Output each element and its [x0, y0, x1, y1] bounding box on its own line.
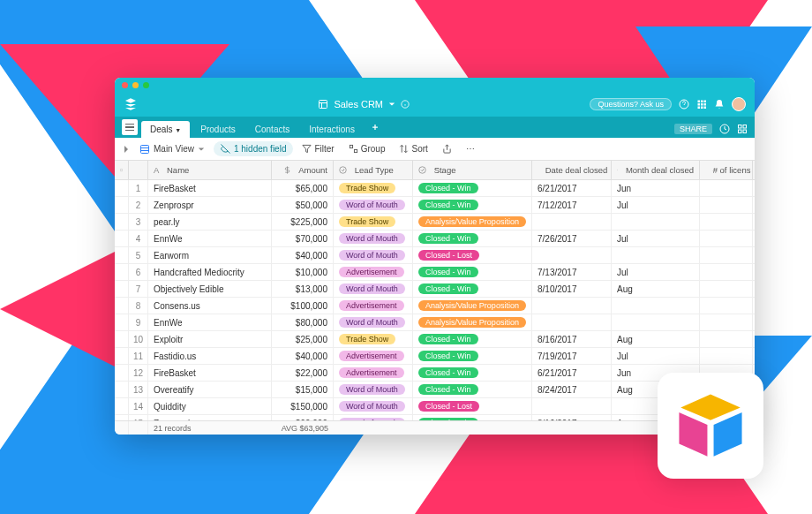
cell-amount[interactable]: $80,000: [272, 314, 334, 330]
avatar[interactable]: [732, 97, 746, 111]
expand-row[interactable]: [115, 247, 129, 263]
cell-date[interactable]: 7/12/2017: [532, 197, 612, 213]
cell-stage[interactable]: Closed - Lost: [413, 398, 532, 414]
expand-row[interactable]: [115, 415, 129, 420]
cell-licenses[interactable]: [700, 264, 753, 280]
cell-date[interactable]: 8/16/2017: [532, 415, 612, 420]
cell-amount[interactable]: $70,000: [272, 231, 334, 246]
cell-licenses[interactable]: [700, 180, 753, 196]
cell-licenses[interactable]: [700, 231, 753, 246]
cell-date[interactable]: [532, 247, 612, 263]
cell-amount[interactable]: $25,000: [272, 331, 334, 347]
cell-stage[interactable]: Analysis/Value Proposition: [413, 298, 532, 314]
col-amount[interactable]: Amount: [272, 161, 334, 179]
expand-row[interactable]: [115, 180, 129, 196]
cell-month[interactable]: [612, 298, 700, 314]
cell-stage[interactable]: Closed - Win: [413, 264, 532, 280]
cell-month[interactable]: Jul: [612, 197, 700, 213]
expand-row[interactable]: [115, 214, 129, 230]
cell-stage[interactable]: Closed - Win: [413, 365, 532, 381]
col-lead-type[interactable]: Lead Type: [334, 161, 413, 179]
expand-row[interactable]: [115, 348, 129, 364]
expand-row[interactable]: [115, 365, 129, 381]
cell-lead-type[interactable]: Trade Show: [334, 331, 413, 347]
more-button[interactable]: ⋯: [461, 141, 480, 156]
cell-lead-type[interactable]: Trade Show: [334, 180, 413, 196]
tab-contacts[interactable]: Contacts: [246, 121, 298, 138]
cell-month[interactable]: [612, 214, 700, 230]
cell-stage[interactable]: Closed - Win: [413, 331, 532, 347]
cell-stage[interactable]: Closed - Lost: [413, 247, 532, 263]
cell-month[interactable]: Jul: [612, 231, 700, 246]
cell-amount[interactable]: $225,000: [272, 214, 334, 230]
cell-date[interactable]: 8/24/2017: [532, 382, 612, 397]
maximize-dot-icon[interactable]: [143, 82, 149, 88]
table-row[interactable]: 6Handcrafted Mediocrity$10,000Advertisem…: [115, 264, 755, 281]
base-title[interactable]: Sales CRM: [334, 99, 383, 110]
cell-name[interactable]: Zeasonal: [148, 415, 272, 420]
filter-button[interactable]: Filter: [297, 141, 339, 156]
cell-lead-type[interactable]: Word of Mouth: [334, 415, 413, 420]
cell-date[interactable]: [532, 298, 612, 314]
cell-amount[interactable]: $15,000: [272, 382, 334, 397]
tab-deals[interactable]: Deals ▼: [141, 121, 190, 138]
expand-row[interactable]: [115, 314, 129, 330]
cell-lead-type[interactable]: Advertisement: [334, 264, 413, 280]
view-switcher[interactable]: Main View: [134, 141, 210, 157]
table-row[interactable]: 10Exploitr$25,000Trade ShowClosed - Win8…: [115, 331, 755, 348]
table-row[interactable]: 8Consens.us$100,000AdvertisementAnalysis…: [115, 298, 755, 314]
col-stage[interactable]: Stage: [413, 161, 532, 179]
table-row[interactable]: 4EnnWe$70,000Word of MouthClosed - Win7/…: [115, 231, 755, 247]
cell-name[interactable]: Fastidio.us: [148, 348, 272, 364]
table-row[interactable]: 5Earworm$40,000Word of MouthClosed - Los…: [115, 247, 755, 264]
table-row[interactable]: 12FireBasket$22,000AdvertisementClosed -…: [115, 365, 755, 382]
app-logo-icon[interactable]: [124, 97, 138, 111]
cell-lead-type[interactable]: Word of Mouth: [334, 247, 413, 263]
table-row[interactable]: 3pear.ly$225,000Trade ShowAnalysis/Value…: [115, 214, 755, 231]
cell-month[interactable]: Jul: [612, 348, 700, 364]
group-button[interactable]: Group: [343, 141, 391, 156]
cell-name[interactable]: Consens.us: [148, 298, 272, 314]
cell-name[interactable]: FireBasket: [148, 365, 272, 381]
cell-date[interactable]: 7/26/2017: [532, 231, 612, 246]
cell-stage[interactable]: Closed - Win: [413, 281, 532, 297]
cell-lead-type[interactable]: Word of Mouth: [334, 231, 413, 246]
cell-lead-type[interactable]: Word of Mouth: [334, 398, 413, 414]
cell-month[interactable]: [612, 314, 700, 330]
help-icon[interactable]: [679, 99, 689, 110]
cell-licenses[interactable]: [700, 281, 753, 297]
share-view-button[interactable]: [437, 141, 457, 156]
cell-date[interactable]: [532, 314, 612, 330]
cell-licenses[interactable]: [700, 247, 753, 263]
cell-lead-type[interactable]: Word of Mouth: [334, 197, 413, 213]
cell-date[interactable]: 8/16/2017: [532, 331, 612, 347]
cell-licenses[interactable]: [700, 214, 753, 230]
table-row[interactable]: 7Objectively Edible$13,000Word of MouthC…: [115, 281, 755, 298]
add-tab-button[interactable]: [365, 118, 385, 138]
cell-amount[interactable]: $65,000: [272, 180, 334, 196]
cell-month[interactable]: Aug: [612, 281, 700, 297]
col-name[interactable]: A Name: [148, 161, 272, 179]
cell-stage[interactable]: Closed - Win: [413, 415, 532, 420]
cell-month[interactable]: [612, 247, 700, 263]
tab-products[interactable]: Products: [192, 121, 244, 138]
cell-date[interactable]: 6/21/2017: [532, 180, 612, 196]
cell-lead-type[interactable]: Advertisement: [334, 298, 413, 314]
expand-row[interactable]: [115, 264, 129, 280]
cell-stage[interactable]: Closed - Win: [413, 197, 532, 213]
cell-name[interactable]: Earworm: [148, 247, 272, 263]
cell-stage[interactable]: Closed - Win: [413, 231, 532, 246]
col-date-closed[interactable]: Date deal closed: [532, 161, 612, 179]
tab-interactions[interactable]: Interactions: [300, 121, 364, 138]
cell-stage[interactable]: Closed - Win: [413, 382, 532, 397]
expand-all-header[interactable]: [115, 161, 129, 179]
dropdown-icon[interactable]: [388, 101, 395, 108]
cell-date[interactable]: [532, 398, 612, 414]
cell-name[interactable]: Zenprospr: [148, 197, 272, 213]
cell-stage[interactable]: Closed - Win: [413, 180, 532, 196]
cell-amount[interactable]: $150,000: [272, 398, 334, 414]
ask-us-button[interactable]: Questions? Ask us: [590, 98, 672, 110]
sort-button[interactable]: Sort: [394, 141, 432, 156]
cell-stage[interactable]: Analysis/Value Proposition: [413, 214, 532, 230]
close-dot-icon[interactable]: [122, 82, 128, 88]
